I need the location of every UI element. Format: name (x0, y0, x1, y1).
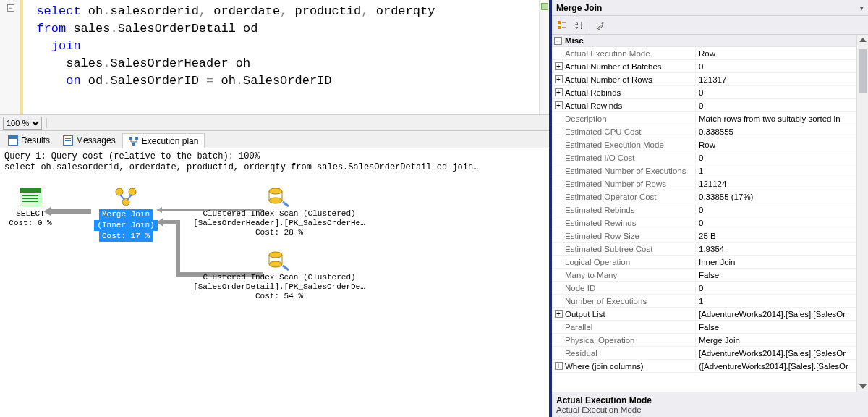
property-category-misc[interactable]: − Misc (552, 35, 868, 47)
svg-rect-11 (558, 26, 561, 29)
expander-cell[interactable]: + (552, 310, 565, 318)
property-row[interactable]: +Actual Number of Batches0 (552, 60, 868, 73)
property-name: Description (565, 114, 695, 124)
plan-node-scan-detail[interactable]: Clustered Index Scan (Clustered) [SalesO… (192, 250, 366, 301)
property-name: Actual Rewinds (565, 101, 695, 111)
property-row[interactable]: Estimated Number of Executions1 (552, 164, 868, 177)
property-row[interactable]: Actual Execution ModeRow (552, 47, 868, 60)
plan-node-scan-header[interactable]: Clustered Index Scan (Clustered) [SalesO… (192, 186, 366, 237)
property-value: 121124 (695, 179, 868, 189)
properties-grid[interactable]: − Misc Actual Execution ModeRow+Actual N… (552, 35, 868, 392)
property-name: Estimated Number of Executions (565, 166, 695, 176)
property-value: 1 (695, 296, 868, 306)
tab-messages[interactable]: Messages (56, 132, 122, 148)
expand-icon[interactable]: + (555, 75, 563, 83)
scroll-up-icon[interactable] (859, 38, 867, 42)
tab-results[interactable]: Results (1, 132, 56, 148)
plan-node-select[interactable]: SELECT Cost: 0 % (9, 186, 52, 228)
properties-toolbar: AZ (552, 16, 868, 35)
scroll-thumb[interactable] (859, 49, 867, 93)
result-tabs: Results Messages Execution plan (0, 131, 549, 148)
properties-settings-button[interactable] (593, 18, 608, 33)
sql-code[interactable]: select oh.salesorderid, orderdate, produ… (20, 0, 539, 114)
expand-icon[interactable]: + (555, 101, 563, 109)
property-row[interactable]: Physical OperationMerge Join (552, 334, 868, 347)
property-name: Actual Number of Rows (565, 75, 695, 85)
plan-canvas[interactable]: SELECT Cost: 0 % Merge Join (Inner Join)… (4, 179, 545, 396)
scrollbar[interactable] (856, 35, 868, 392)
property-row[interactable]: Number of Executions1 (552, 295, 868, 308)
property-row[interactable]: Estimated I/O Cost0 (552, 151, 868, 164)
property-row[interactable]: +Output List[AdventureWorks2014].[Sales]… (552, 308, 868, 321)
expander-cell[interactable]: + (552, 362, 565, 370)
svg-point-8 (269, 252, 282, 258)
property-name: Estimated Execution Mode (565, 140, 695, 150)
svg-point-6 (269, 188, 282, 194)
node-title: Clustered Index Scan (Clustered) (192, 273, 366, 282)
svg-rect-2 (132, 143, 135, 146)
plan-icon (129, 136, 139, 146)
property-row[interactable]: Node ID0 (552, 282, 868, 295)
expander-cell[interactable]: + (552, 75, 565, 83)
property-name: Actual Number of Batches (565, 62, 695, 72)
property-name: Number of Executions (565, 296, 695, 306)
plan-arrow (51, 209, 91, 214)
dropdown-icon[interactable]: ▾ (860, 4, 864, 12)
clustered-scan-icon (267, 250, 292, 271)
tab-execution-plan[interactable]: Execution plan (122, 133, 205, 148)
categorized-button[interactable] (555, 18, 569, 33)
property-row[interactable]: +Actual Rewinds0 (552, 99, 868, 112)
svg-point-3 (116, 188, 123, 195)
property-value: ([AdventureWorks2014].[Sales].[SalesOr (695, 361, 868, 371)
property-row[interactable]: Estimated Row Size25 B (552, 229, 868, 243)
property-row[interactable]: DescriptionMatch rows from two suitably … (552, 112, 868, 125)
expand-icon[interactable]: + (555, 88, 563, 96)
property-row[interactable]: Estimated Execution ModeRow (552, 138, 868, 151)
property-row[interactable]: Many to ManyFalse (552, 269, 868, 282)
property-row[interactable]: Estimated Subtree Cost1.9354 (552, 243, 868, 256)
property-row[interactable]: +Where (join columns)([AdventureWorks201… (552, 360, 868, 373)
expander-cell[interactable]: + (552, 88, 565, 96)
scroll-down-icon[interactable] (859, 384, 867, 389)
plan-node-merge-join[interactable]: Merge Join (Inner Join) Cost: 17 % (90, 186, 162, 242)
property-row[interactable]: +Actual Rebinds0 (552, 86, 868, 99)
node-subtitle: (Inner Join) (94, 220, 157, 231)
property-value: 0.338555 (695, 127, 868, 137)
property-row[interactable]: Estimated CPU Cost0.338555 (552, 125, 868, 138)
expand-icon[interactable]: + (555, 362, 563, 370)
node-title: SELECT (9, 209, 52, 219)
expander-cell[interactable]: + (552, 62, 565, 70)
expand-icon[interactable]: + (555, 310, 563, 318)
tab-label: Results (21, 135, 50, 146)
property-value: Inner Join (695, 257, 868, 267)
property-value: [AdventureWorks2014].[Sales].[SalesOr (695, 348, 868, 358)
node-cost: Cost: 17 % (99, 231, 153, 242)
property-row[interactable]: Residual[AdventureWorks2014].[Sales].[Sa… (552, 347, 868, 360)
property-name: Node ID (565, 283, 695, 293)
alphabetical-button[interactable]: AZ (572, 18, 587, 33)
zoom-select[interactable]: 100 % (3, 117, 42, 130)
property-row[interactable]: Estimated Rebinds0 (552, 203, 868, 216)
property-row[interactable]: Estimated Operator Cost0.33855 (17%) (552, 190, 868, 203)
tab-label: Execution plan (142, 136, 199, 146)
sql-editor[interactable]: − select oh.salesorderid, orderdate, pro… (0, 0, 549, 115)
property-value: 0 (695, 101, 868, 111)
property-value: 121317 (695, 75, 868, 85)
property-row[interactable]: ParallelFalse (552, 321, 868, 334)
collapse-icon[interactable]: − (554, 37, 562, 45)
expand-icon[interactable]: + (555, 62, 563, 70)
execution-plan-area[interactable]: Query 1: Query cost (relative to the bat… (0, 148, 549, 417)
expander-cell[interactable]: + (552, 101, 565, 109)
property-name: Actual Execution Mode (565, 49, 695, 59)
collapse-toggle[interactable]: − (7, 4, 14, 12)
property-row[interactable]: Estimated Number of Rows121124 (552, 177, 868, 190)
property-name: Physical Operation (565, 335, 695, 345)
property-row[interactable]: Estimated Rewinds0 (552, 216, 868, 229)
property-row[interactable]: Logical OperationInner Join (552, 256, 868, 269)
clustered-scan-icon (267, 186, 292, 208)
properties-title-bar[interactable]: Merge Join ▾ (552, 0, 868, 16)
editor-gutter: − (0, 0, 20, 114)
property-row[interactable]: +Actual Number of Rows121317 (552, 73, 868, 86)
property-name: Where (join columns) (565, 361, 695, 371)
grid-icon (8, 135, 18, 146)
